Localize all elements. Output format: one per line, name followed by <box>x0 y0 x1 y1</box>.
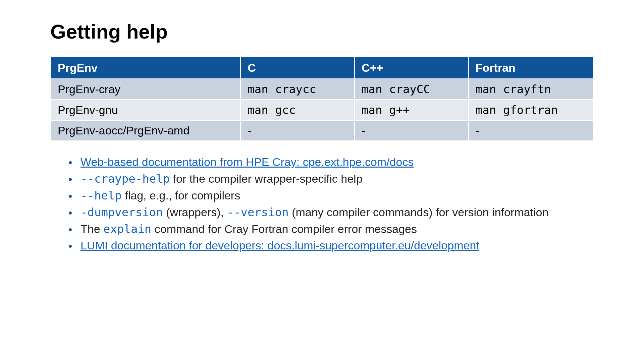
code-help-flag: --help <box>80 189 122 202</box>
header-cpp: C++ <box>355 57 469 79</box>
list-item: LUMI documentation for developers: docs.… <box>77 238 594 253</box>
cell-cpp: man g++ <box>355 100 469 120</box>
table-row: PrgEnv-gnu man gcc man g++ man gfortran <box>51 100 593 120</box>
code-explain: explain <box>103 222 151 236</box>
table-row: PrgEnv-cray man craycc man crayCC man cr… <box>51 79 593 100</box>
list-item: -dumpversion (wrappers), --version (many… <box>77 205 594 220</box>
cell-c: man craycc <box>240 79 355 100</box>
text: (many compiler commands) for version inf… <box>289 206 549 219</box>
header-prgenv: PrgEnv <box>51 57 240 79</box>
header-fortran: Fortran <box>469 57 593 79</box>
list-item: --help flag, e.g., for compilers <box>77 188 594 203</box>
cell-env: PrgEnv-cray <box>51 79 240 100</box>
cell-c: man gcc <box>240 100 355 120</box>
cell-env: PrgEnv-aocc/PrgEnv-amd <box>51 120 240 141</box>
cell-c: - <box>240 120 355 141</box>
cell-fortran: man gfortran <box>469 100 593 120</box>
doc-link-hpe[interactable]: Web-based documentation from HPE Cray: c… <box>80 156 414 168</box>
table-row: PrgEnv-aocc/PrgEnv-amd - - - <box>51 120 593 141</box>
cell-fortran: - <box>469 120 593 141</box>
cell-env: PrgEnv-gnu <box>51 100 240 120</box>
cell-cpp: - <box>355 120 469 141</box>
help-table: PrgEnv C C++ Fortran PrgEnv-cray man cra… <box>50 57 594 141</box>
text: (wrappers), <box>163 206 227 219</box>
list-item: The explain command for Cray Fortran com… <box>77 222 594 237</box>
list-item: --craype-help for the compiler wrapper-s… <box>77 171 594 187</box>
text: flag, e.g., for compilers <box>122 189 240 202</box>
text: command for Cray Fortran compiler error … <box>151 223 417 235</box>
header-c: C <box>240 57 355 79</box>
code-version: --version <box>227 205 288 219</box>
text: for the compiler wrapper-specific help <box>170 172 362 185</box>
code-dumpversion: -dumpversion <box>80 205 163 219</box>
table-header-row: PrgEnv C C++ Fortran <box>51 57 593 79</box>
page-title: Getting help <box>50 20 594 43</box>
cell-cpp: man crayCC <box>355 79 469 100</box>
bullet-list: Web-based documentation from HPE Cray: c… <box>70 155 594 253</box>
doc-link-lumi[interactable]: LUMI documentation for developers: docs.… <box>80 239 479 252</box>
list-item: Web-based documentation from HPE Cray: c… <box>77 155 594 170</box>
text: The <box>80 223 103 235</box>
code-craype-help: --craype-help <box>80 172 170 185</box>
cell-fortran: man crayftn <box>469 79 593 100</box>
